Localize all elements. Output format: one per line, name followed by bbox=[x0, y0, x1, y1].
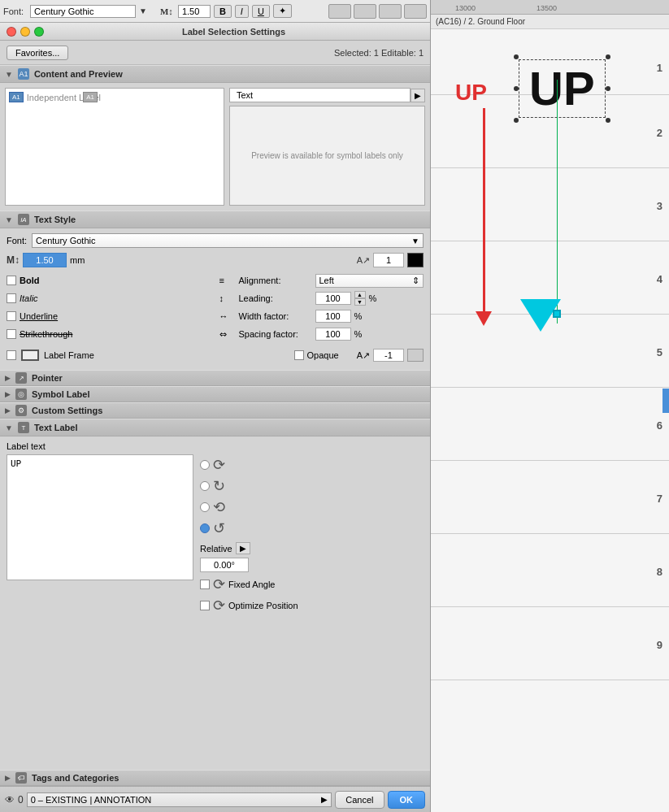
handle-br[interactable] bbox=[606, 118, 610, 123]
font-name-input[interactable] bbox=[30, 5, 136, 18]
text-dropdown[interactable]: Text ▶ bbox=[229, 88, 425, 102]
close-button[interactable] bbox=[7, 27, 16, 37]
favorites-bar: Favorites... Selected: 1 Editable: 1 bbox=[0, 41, 430, 65]
text-label-icon: T bbox=[18, 422, 29, 433]
format-right: ≡ Alignment: Left ⇕ ↕ Leading: ▲ ▼ % bbox=[219, 272, 424, 342]
radio-1[interactable] bbox=[200, 460, 210, 470]
underline-checkbox[interactable] bbox=[7, 311, 16, 321]
width-factor-input[interactable] bbox=[315, 310, 351, 323]
width-factor-label: Width factor: bbox=[239, 311, 312, 321]
radio-2[interactable] bbox=[200, 481, 210, 491]
handle-tl[interactable] bbox=[514, 54, 519, 59]
text-label-section-header[interactable]: ▼ T Text Label bbox=[0, 419, 430, 436]
custom-settings-section-header[interactable]: ▶ ⚙ Custom Settings bbox=[0, 402, 430, 419]
leading-input[interactable] bbox=[315, 292, 351, 305]
red-arrow bbox=[476, 108, 492, 326]
handle-bl[interactable] bbox=[514, 118, 519, 123]
strike-checkbox[interactable] bbox=[7, 329, 16, 339]
text-label-body: Label text UP ⟳ ↻ ⟲ ↺ bbox=[0, 436, 430, 619]
ok-button[interactable]: OK bbox=[388, 791, 426, 809]
handle-mr[interactable] bbox=[606, 86, 610, 91]
leading-spin-up[interactable]: ▲ bbox=[354, 291, 366, 298]
symbol-label-title: Symbol Label bbox=[32, 389, 90, 399]
handle-ml[interactable] bbox=[514, 86, 519, 91]
angle-value-input[interactable] bbox=[200, 558, 249, 572]
radio-4[interactable] bbox=[200, 523, 210, 533]
h-line-6 bbox=[431, 460, 669, 461]
spacing-icon: ⇔ bbox=[219, 329, 236, 340]
opaque-checkbox[interactable] bbox=[294, 350, 304, 360]
symbol-preview-box: Preview is available for symbol labels o… bbox=[229, 106, 425, 206]
up-text-selected-group: UP bbox=[519, 59, 606, 118]
leading-spin-down[interactable]: ▼ bbox=[354, 298, 366, 306]
spacing-factor-input[interactable] bbox=[315, 328, 351, 341]
annotation-dropdown[interactable]: 0 – EXISTING | ANNOTATION ▶ bbox=[27, 792, 332, 807]
toolbar: Font: ▼ M↕ B I U ✦ bbox=[0, 0, 430, 23]
label-frame-checkbox[interactable] bbox=[7, 350, 16, 360]
rotation-icon-1: ⟳ bbox=[213, 456, 225, 474]
tags-title: Tags and Categories bbox=[32, 773, 119, 783]
bold-row: Bold bbox=[7, 272, 211, 289]
angle-input[interactable] bbox=[373, 253, 404, 267]
font-select[interactable]: Century Gothic ▼ bbox=[32, 233, 424, 248]
symbol-label-section-header[interactable]: ▶ ◎ Symbol Label bbox=[0, 386, 430, 402]
minimize-button[interactable] bbox=[20, 27, 30, 37]
text-style-arrow-icon: ▼ bbox=[5, 215, 13, 224]
font-size-input[interactable] bbox=[178, 5, 211, 18]
radio-option-1[interactable]: ⟳ bbox=[200, 456, 298, 474]
favorites-button[interactable]: Favorites... bbox=[7, 46, 68, 60]
pointer-section-header[interactable]: ▶ ↗ Pointer bbox=[0, 370, 430, 386]
special-button[interactable]: ✦ bbox=[273, 4, 292, 18]
bottom-bar: 👁 0 0 – EXISTING | ANNOTATION ▶ Cancel O… bbox=[0, 786, 430, 812]
opaque-row: Opaque bbox=[294, 350, 339, 360]
size-input[interactable] bbox=[24, 254, 66, 267]
view-btn-4[interactable] bbox=[404, 4, 427, 19]
font-row: Font: Century Gothic ▼ bbox=[7, 233, 424, 248]
tags-section-header[interactable]: ▶ 🏷 Tags and Categories bbox=[0, 770, 430, 786]
minus-one-input[interactable] bbox=[373, 349, 404, 362]
symbol-preview-text: Preview is available for symbol labels o… bbox=[251, 151, 403, 160]
label-type-badge: A1 bbox=[83, 92, 98, 102]
cancel-button[interactable]: Cancel bbox=[335, 791, 384, 809]
bold-button[interactable]: B bbox=[214, 5, 232, 18]
italic-row: Italic bbox=[7, 290, 211, 306]
breadcrumb: (AC16) / 2. Ground Floor bbox=[431, 15, 669, 29]
row-7: 7 bbox=[657, 493, 662, 505]
selected-info: Selected: 1 Editable: 1 bbox=[334, 48, 424, 58]
leading-row: ↕ Leading: ▲ ▼ % bbox=[219, 290, 424, 306]
window-chrome: Label Selection Settings bbox=[0, 23, 430, 41]
width-factor-icon: ↔ bbox=[219, 311, 236, 321]
radio-3[interactable] bbox=[200, 502, 210, 512]
fixed-angle-checkbox[interactable] bbox=[200, 580, 210, 589]
italic-button[interactable]: I bbox=[235, 5, 249, 18]
handle-tr[interactable] bbox=[606, 54, 610, 59]
maximize-button[interactable] bbox=[34, 27, 44, 37]
text-dropdown-arrow-icon[interactable]: ▶ bbox=[411, 89, 425, 102]
bold-checkbox[interactable] bbox=[7, 276, 16, 285]
underline-button[interactable]: U bbox=[252, 5, 270, 18]
frame-style-box[interactable] bbox=[407, 349, 424, 362]
optimize-checkbox[interactable] bbox=[200, 601, 210, 610]
label-type-row: A1 Independent Label A1 bbox=[9, 92, 101, 102]
text-style-header[interactable]: ▼ IA Text Style bbox=[0, 211, 430, 228]
radio-option-3[interactable]: ⟲ bbox=[200, 498, 298, 516]
label-text-area[interactable]: UP bbox=[7, 454, 193, 580]
right-indicator bbox=[662, 389, 669, 413]
alignment-select[interactable]: Left ⇕ bbox=[315, 274, 424, 288]
radio-option-2[interactable]: ↻ bbox=[200, 477, 298, 495]
view-btn-1[interactable] bbox=[328, 4, 351, 19]
view-btn-2[interactable] bbox=[354, 4, 376, 19]
relative-arrow-btn[interactable]: ▶ bbox=[236, 542, 250, 554]
radio-option-4[interactable]: ↺ bbox=[200, 519, 298, 537]
left-panel: Font: ▼ M↕ B I U ✦ Label Selection Setti… bbox=[0, 0, 431, 812]
text-color-box[interactable] bbox=[407, 253, 424, 267]
content-preview-header[interactable]: ▼ A1 Content and Preview bbox=[0, 65, 430, 83]
row-5: 5 bbox=[657, 346, 662, 358]
leading-spinner[interactable]: ▲ ▼ bbox=[354, 291, 366, 306]
size-input-wrap bbox=[23, 253, 67, 267]
up-text-main: UP bbox=[529, 62, 595, 115]
italic-checkbox[interactable] bbox=[7, 293, 16, 303]
label-frame-icon bbox=[21, 350, 39, 361]
format-grid: Bold Italic Underline Strikethrough ≡ bbox=[7, 272, 424, 342]
view-btn-3[interactable] bbox=[379, 4, 402, 19]
